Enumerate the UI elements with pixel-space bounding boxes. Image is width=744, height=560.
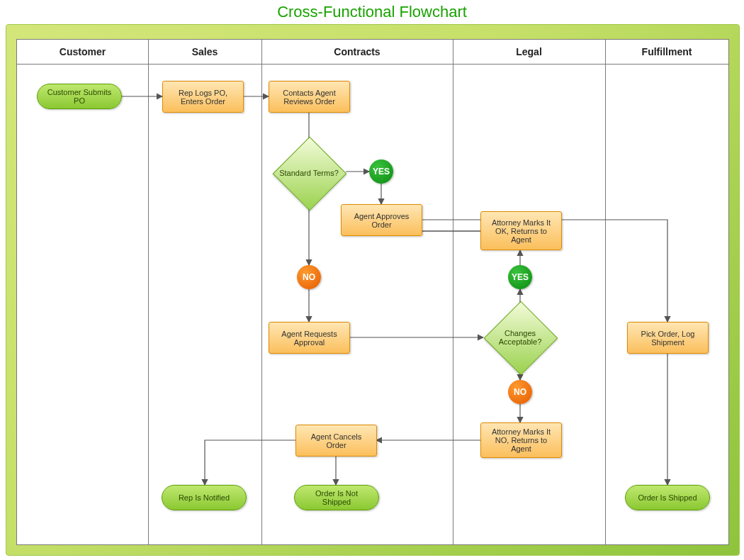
lane-header-fulfillment: Fulfillment: [605, 40, 728, 65]
lane-header-customer: Customer: [17, 40, 148, 65]
lane-header-contracts: Contracts: [261, 40, 453, 65]
lane-header-sales: Sales: [148, 40, 261, 65]
process-attorney-no: Attorney Marks It NO, Returns to Agent: [480, 422, 562, 458]
lane-divider: [605, 40, 606, 544]
process-contacts-agent: Contacts Agent Reviews Order: [269, 81, 350, 113]
connectors: [17, 40, 728, 544]
lane-divider: [453, 40, 453, 544]
lane-divider: [148, 40, 149, 544]
terminator-order-not-shipped: Order Is Not Shipped: [294, 485, 379, 510]
lane-header-legal: Legal: [453, 40, 605, 65]
process-agent-cancels: Agent Cancels Order: [295, 425, 377, 457]
process-rep-logs: Rep Logs PO, Enters Order: [162, 81, 244, 113]
decision-standard-terms: Standard Terms?: [283, 147, 334, 198]
process-pick-order: Pick Order, Log Shipment: [627, 322, 709, 354]
terminator-customer-submits: Customer Submits PO: [37, 84, 122, 109]
badge-yes-2: YES: [508, 265, 532, 289]
header-divider: [17, 64, 728, 65]
process-attorney-ok: Attorney Marks It OK, Returns to Agent: [480, 211, 562, 250]
terminator-rep-notified: Rep Is Notified: [162, 485, 247, 510]
swimlane-panel: Customer Sales Contracts Legal Fulfillme…: [16, 39, 729, 545]
diagram-title: Cross-Functional Flowchart: [0, 3, 744, 21]
process-agent-requests: Agent Requests Approval: [269, 322, 350, 354]
lane-divider: [261, 40, 262, 544]
badge-no-1: NO: [297, 265, 321, 289]
process-agent-approves: Agent Approves Order: [341, 204, 422, 236]
decision-changes-acceptable: Changes Acceptable?: [495, 312, 546, 363]
terminator-order-shipped: Order Is Shipped: [625, 485, 710, 510]
badge-yes-1: YES: [369, 159, 393, 184]
badge-no-2: NO: [508, 380, 532, 404]
